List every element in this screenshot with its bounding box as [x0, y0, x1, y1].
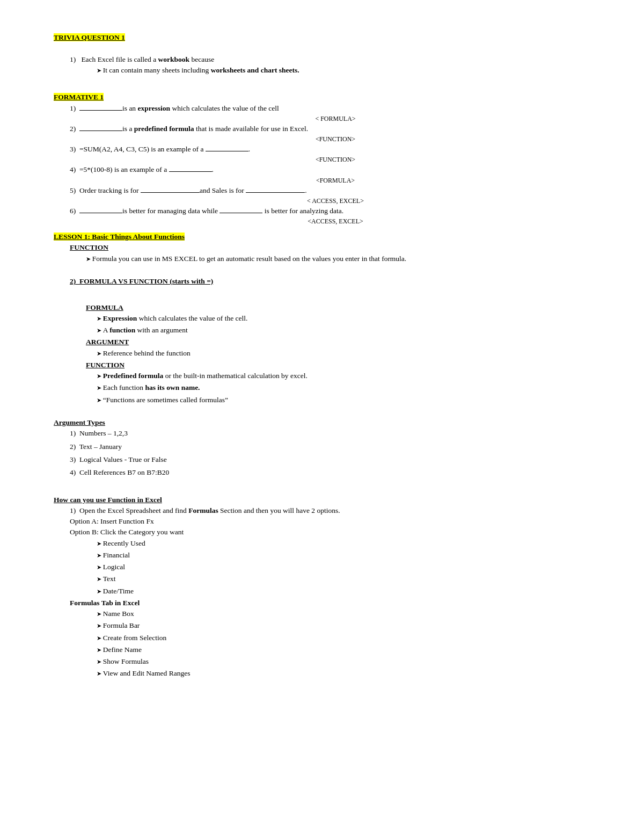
argument-types-list: 1) Numbers – 1,2,3 2) Text – January 3) …	[54, 428, 601, 478]
function-sub-bullet-3: “Functions are sometimes called formulas…	[97, 395, 601, 405]
option-b-bullets: Recently Used Financial Logical Text Dat…	[70, 538, 601, 597]
formative-item-5: 5) Order tracking is for and Sales is fo…	[54, 185, 601, 206]
arg-type-2: 2) Text – January	[70, 441, 601, 452]
trivia-bullet-1: It can contain many sheets including wor…	[97, 65, 601, 76]
trivia-title: TRIVIA QUESTION 1	[54, 32, 601, 43]
function-sub-bullets: Predefined formula or the built-in mathe…	[86, 371, 601, 405]
trivia-content: 1) Each Excel file is called a workbook …	[54, 54, 601, 76]
ft-item-6: View and Edit Named Ranges	[97, 668, 601, 679]
formative-hint-3: <FUNCTION>	[70, 155, 601, 164]
argument-subheading: ARGUMENT	[86, 337, 601, 347]
formulas-tab-heading: Formulas Tab in Excel	[70, 598, 601, 608]
formative-item-6: 6) is better for managing data while is …	[54, 206, 601, 226]
argument-types-heading: Argument Types	[54, 417, 601, 428]
formula-sub-bullets: Expression which calculates the value of…	[86, 313, 601, 336]
formula-vs-heading: 2) FORMULA VS FUNCTION (starts with =)	[70, 276, 601, 287]
how-to-use-content: 1) Open the Excel Spreadsheet and find F…	[54, 505, 601, 679]
option-a: Option A: Insert Function Fx	[70, 516, 601, 527]
formative-item-4: 4) =5*(100-8) is an example of a . <FORM…	[54, 164, 601, 185]
formula-block: FORMULA Expression which calculates the …	[86, 302, 601, 405]
formulas-tab-bullets: Name Box Formula Bar Create from Selecti…	[70, 608, 601, 679]
formative-item-3: 3) =SUM(A2, A4, C3, C5) is an example of…	[54, 144, 601, 164]
option-b-item-5: Date/Time	[97, 586, 601, 597]
formative-hint-4: <FORMULA>	[70, 176, 601, 185]
ft-item-3: Create from Selection	[97, 633, 601, 643]
lesson-title: LESSON 1: Basic Things About Functions	[54, 231, 601, 242]
function-desc: Formula you can use in MS EXCEL to get a…	[86, 253, 601, 264]
formula-bullet-1: Expression which calculates the value of…	[97, 313, 601, 324]
formative-hint-2: <FUNCTION>	[70, 134, 601, 144]
option-b: Option B: Click the Category you want	[70, 527, 601, 538]
function-subsection: FUNCTION Formula you can use in MS EXCEL…	[54, 242, 601, 264]
how-to-use-section: How can you use Function in Excel 1) Ope…	[54, 495, 601, 679]
ft-item-5: Show Formulas	[97, 656, 601, 667]
argument-bullets: Reference behind the function	[86, 348, 601, 359]
argument-bullet-1: Reference behind the function	[97, 348, 601, 359]
function-bullets: Formula you can use in MS EXCEL to get a…	[70, 253, 601, 264]
formative-hint-6: <ACCESS, EXCEL>	[70, 216, 601, 226]
how-to-use-heading: How can you use Function in Excel	[54, 495, 601, 505]
function-sub-bullet-1: Predefined formula or the built-in mathe…	[97, 371, 601, 381]
option-b-item-4: Text	[97, 574, 601, 584]
trivia-bullets: It can contain many sheets including wor…	[70, 65, 601, 76]
function-sub-bullet-2: Each function has its own name.	[97, 382, 601, 393]
formative-section: FORMATIVE 1 1) is an expression which ca…	[54, 92, 601, 226]
ft-item-4: Define Name	[97, 644, 601, 655]
option-b-item-2: Financial	[97, 550, 601, 561]
option-b-item-3: Logical	[97, 562, 601, 572]
formative-title: FORMATIVE 1	[54, 92, 601, 103]
formative-hint-5: < ACCESS, EXCEL>	[70, 196, 601, 206]
arg-type-4: 4) Cell References B7 on B7:B20	[70, 467, 601, 478]
trivia-section: TRIVIA QUESTION 1 1) Each Excel file is …	[54, 32, 601, 76]
function-subheading: FUNCTION	[86, 360, 601, 371]
formative-item-1: 1) is an expression which calculates the…	[54, 103, 601, 124]
option-b-item-1: Recently Used	[97, 538, 601, 549]
argument-types-section: Argument Types 1) Numbers – 1,2,3 2) Tex…	[54, 417, 601, 478]
arg-type-1: 1) Numbers – 1,2,3	[70, 428, 601, 439]
ft-item-2: Formula Bar	[97, 620, 601, 631]
ft-item-1: Name Box	[97, 608, 601, 619]
trivia-item-1: 1) Each Excel file is called a workbook …	[70, 55, 214, 63]
step-1: 1) Open the Excel Spreadsheet and find F…	[70, 505, 601, 516]
arg-type-3: 3) Logical Values - True or False	[70, 454, 601, 465]
function-heading: FUNCTION	[70, 242, 601, 253]
formative-hint-1: < FORMULA>	[70, 114, 601, 124]
lesson-section: LESSON 1: Basic Things About Functions F…	[54, 231, 601, 679]
formula-vs-function: 2) FORMULA VS FUNCTION (starts with =) F…	[54, 276, 601, 405]
formative-item-2: 2) is a predefined formula that is made …	[54, 124, 601, 144]
fvf-label: 2)	[70, 277, 79, 285]
formula-subheading: FORMULA	[86, 302, 601, 313]
formula-bullet-2: A function with an argument	[97, 325, 601, 336]
